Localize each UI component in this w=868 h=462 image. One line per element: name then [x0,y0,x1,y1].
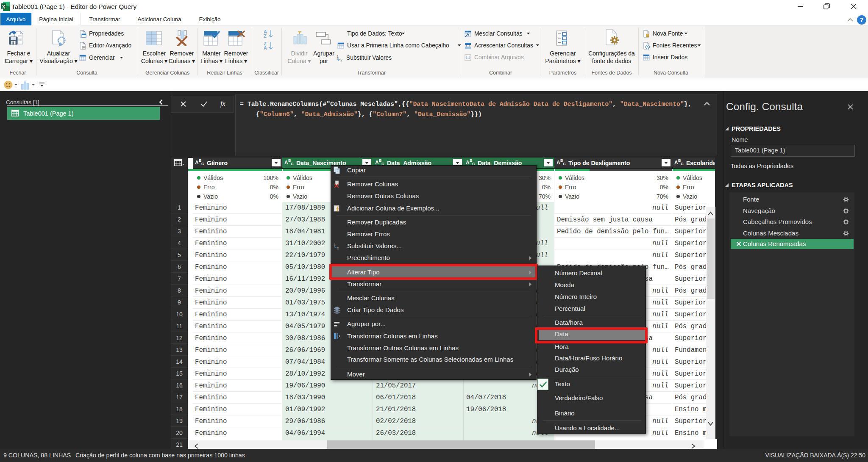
svg-text:Z: Z [264,33,267,39]
svg-text:1: 1 [334,243,336,246]
svg-text:A: A [264,45,267,50]
svg-text:2: 2 [337,246,339,250]
svg-text:2: 2 [340,58,342,62]
svg-text:1: 1 [337,54,339,58]
svg-text:X: X [2,4,6,9]
